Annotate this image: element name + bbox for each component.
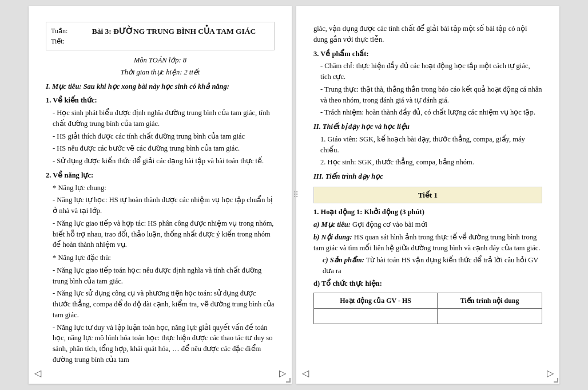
mon-label: Môn TOÁN lớp: 8 <box>46 55 275 66</box>
list-item: - Năng lực giao tiếp toán học: nêu được … <box>53 265 275 287</box>
resize-handle2[interactable] <box>554 378 558 383</box>
section-thietbi: II. Thiết bị dạy học và học liệu 1. Giáo… <box>313 121 542 168</box>
noidung-label: b) Nội dung: <box>313 233 352 241</box>
muctieu-intro: I. Mục tiêu: Sau khi học xong bài này họ… <box>46 81 275 92</box>
tuan-label: Tuần: <box>51 26 74 36</box>
list-item: - Trách nhiệm: hoàn thành đầy đủ, có chấ… <box>320 107 542 118</box>
list-item: - Năng lực sử dụng công cụ và phương tiệ… <box>53 288 275 320</box>
hoatdong1-title: 1. Hoạt động 1: Khởi động (3 phút) <box>313 207 542 218</box>
section-kienthuc-items: - Học sinh phát biểu được định nghĩa đườ… <box>46 108 275 167</box>
muctieu-intro-text: I. Mục tiêu: Sau khi học xong bài này họ… <box>46 82 229 90</box>
table-cell-empty1 <box>314 308 438 324</box>
muctieu-label: a) Mục tiêu: <box>313 220 351 229</box>
section-phamchat: 3. Về phẩm chất: - Chăm chỉ: thực hiện đ… <box>313 49 542 119</box>
list-item: 1. Giáo viên: SGK, kế hoạch bài dạy, thư… <box>320 134 542 156</box>
phamchat-items: - Chăm chỉ: thực hiện đầy đủ các hoạt độ… <box>313 61 542 118</box>
section-kienthuc: 1. Về kiến thức: - Học sinh phát biểu đư… <box>46 95 275 167</box>
section-kienthuc-title: 1. Về kiến thức: <box>46 95 275 106</box>
list-item: - HS nêu được các bước vẽ các đường trun… <box>53 143 275 154</box>
list-item: - Trung thực: thật thà, thẳng thắn trong… <box>320 84 542 106</box>
resize-handle[interactable] <box>286 378 291 383</box>
muctieu-row: a) Mục tiêu: Gợi động cơ vào bài mới <box>313 219 542 230</box>
thietbi-items: 1. Giáo viên: SGK, kế hoạch bài dạy, thư… <box>313 134 542 168</box>
table-col1: Hoạt động của GV - HS <box>314 293 438 308</box>
next-arrow[interactable]: ▷ <box>279 367 286 380</box>
nangluc-chung-subtitle: * Năng lực chung: <box>53 183 275 194</box>
section-nangluc: 2. Về năng lực: * Năng lực chung: - Năng… <box>46 170 275 365</box>
header-labels: Tuần: Tiết: <box>51 26 74 46</box>
muctieu-value: Gợi động cơ vào bài mới <box>352 220 427 229</box>
tiet-header: Tiết 1 <box>313 187 542 204</box>
list-item: - Năng lực giao tiếp và hợp tác: HS phân… <box>53 218 275 250</box>
noidung-row: b) Nội dung: HS quan sát hình ảnh trong … <box>313 232 542 254</box>
subtitle-block: Môn TOÁN lớp: 8 Thời gian thực hiện: 2 t… <box>46 55 275 78</box>
list-item: - Sử dụng được kiến thức để giải các dạn… <box>53 156 275 167</box>
page-left: Tuần: Tiết: Bài 3: ĐƯỜNG TRUNG BÌNH CỦA … <box>29 6 292 384</box>
list-item: - Chăm chỉ: thực hiện đầy đủ các hoạt độ… <box>320 61 542 82</box>
gv-hs-table: Hoạt động của GV - HS Tiến trình nội dun… <box>313 293 542 324</box>
section-tientrinhday-title: III. Tiến trình dạy học <box>313 171 542 182</box>
nangluc-dacthu-subtitle: * Năng lực đặc thù: <box>53 253 275 263</box>
page1-footer: ◁ ▷ <box>29 367 292 380</box>
next-arrow2[interactable]: ▷ <box>547 367 554 380</box>
list-item: - Năng lực tư duy và lập luận toán học, … <box>53 322 275 365</box>
nangluc-chung: * Năng lực chung: - Năng lực tự học: HS … <box>46 183 275 251</box>
tiet-label: Tiết: <box>51 36 74 46</box>
sanpham-label: c) Sản phẩm: <box>323 256 364 264</box>
lesson-title: Bài 3: ĐƯỜNG TRUNG BÌNH CỦA TAM GIÁC <box>78 26 269 37</box>
hoatdong1: 1. Hoạt động 1: Khởi động (3 phút) a) Mụ… <box>313 207 542 289</box>
prev-arrow[interactable]: ◁ <box>34 367 41 380</box>
list-item: - Học sinh phát biểu được định nghĩa đườ… <box>53 108 275 129</box>
table-cell-empty2 <box>438 308 542 324</box>
pages-container: Tuần: Tiết: Bài 3: ĐƯỜNG TRUNG BÌNH CỦA … <box>29 6 559 384</box>
page-right: ⠿ giác, vận dụng được các tính chất để g… <box>296 6 559 384</box>
section-thietbi-title: II. Thiết bị dạy học và học liệu <box>313 121 542 132</box>
continuation-text: giác, vận dụng được các tính chất để giả… <box>313 23 542 45</box>
table-col2: Tiến trình nội dung <box>438 293 542 308</box>
thoigian-label: Thời gian thực hiện: 2 tiết <box>46 67 275 78</box>
list-item: - HS giải thích được các tính chất đường… <box>53 131 275 142</box>
section-phamchat-title: 3. Về phẩm chất: <box>313 49 542 60</box>
prev-arrow2[interactable]: ◁ <box>302 367 309 380</box>
drag-handle[interactable]: ⠿ <box>293 189 299 201</box>
section-tientrinhday: III. Tiến trình dạy học Tiết 1 1. Hoạt đ… <box>313 171 542 324</box>
list-item: - Năng lực tự học: HS tự hoàn thành được… <box>53 195 275 216</box>
lesson-header: Tuần: Tiết: Bài 3: ĐƯỜNG TRUNG BÌNH CỦA … <box>46 22 275 50</box>
tochuc-label: d) Tổ chức thực hiện: <box>313 278 542 289</box>
page2-footer: ◁ ▷ <box>296 367 559 380</box>
sanpham-row: c) Sản phẩm: Từ bài toán HS vận dụng kiế… <box>313 255 542 277</box>
nangluc-dacthu: * Năng lực đặc thù: - Năng lực giao tiếp… <box>46 253 275 365</box>
list-item: 2. Học sinh: SGK, thước thẳng, compa, bả… <box>320 157 542 168</box>
section-nangluc-title: 2. Về năng lực: <box>46 170 275 181</box>
